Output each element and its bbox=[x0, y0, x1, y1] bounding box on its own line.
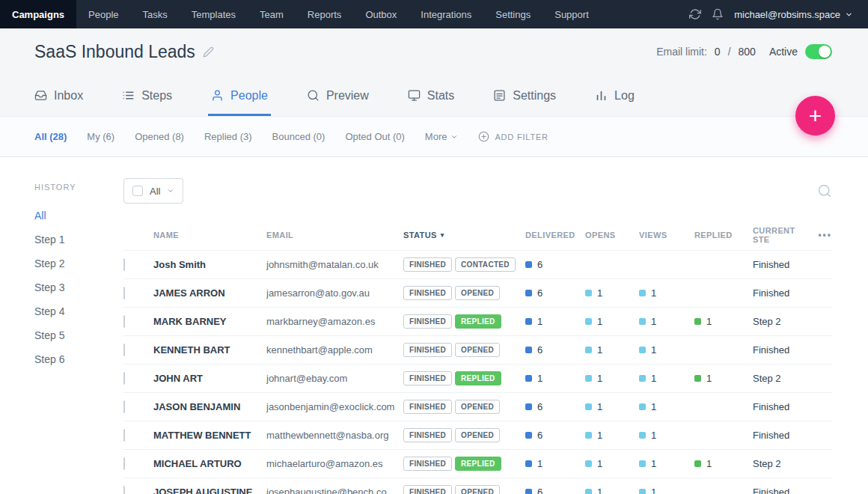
filter-more-label: More bbox=[425, 131, 447, 142]
filter-item[interactable]: Opted Out (0) bbox=[345, 131, 404, 142]
table-row[interactable]: JOSEPH AUGUSTINE josephaugustine@bench.c… bbox=[123, 478, 832, 494]
nav-item[interactable]: Reports bbox=[296, 0, 354, 28]
opens-square-icon bbox=[585, 460, 592, 467]
replied-square-icon bbox=[694, 318, 701, 325]
table-row[interactable]: MATTHEW BENNETT matthewbennett@nasba.org… bbox=[123, 421, 832, 449]
status-badge: FINISHED bbox=[403, 457, 452, 471]
cell-status: FINISHED OPENED bbox=[403, 286, 525, 300]
row-checkbox[interactable] bbox=[123, 344, 125, 356]
nav-item[interactable]: Integrations bbox=[409, 0, 483, 28]
cell-email: josephaugustine@bench.co bbox=[266, 487, 403, 494]
col-name[interactable]: NAME bbox=[153, 231, 266, 240]
nav-item[interactable]: Tasks bbox=[131, 0, 180, 28]
tab-stats[interactable]: Stats bbox=[408, 75, 454, 116]
tab-settings[interactable]: Settings bbox=[493, 75, 556, 116]
add-people-fab-button[interactable]: + bbox=[795, 96, 835, 135]
nav-item[interactable]: Templates bbox=[180, 0, 248, 28]
tab-preview[interactable]: Preview bbox=[307, 75, 369, 116]
table-row[interactable]: MARK BARNEY markbarney@amazon.es FINISHE… bbox=[123, 307, 832, 335]
col-views[interactable]: VIEWS bbox=[639, 231, 694, 240]
row-checkbox-cell bbox=[123, 487, 153, 494]
account-menu[interactable]: michael@robsims.space bbox=[734, 9, 853, 20]
table-row[interactable]: KENNETH BART kennethbart@apple.com FINIS… bbox=[123, 335, 832, 364]
filter-more-menu[interactable]: More bbox=[425, 131, 459, 142]
edit-title-icon[interactable] bbox=[203, 46, 214, 58]
bulk-select-label: All bbox=[150, 186, 160, 197]
col-replied[interactable]: REPLIED bbox=[694, 231, 753, 240]
row-checkbox[interactable] bbox=[123, 429, 125, 442]
filter-item[interactable]: All (28) bbox=[34, 131, 67, 142]
col-status[interactable]: STATUS ▾ bbox=[403, 231, 525, 240]
cell-name: Josh Smith bbox=[153, 259, 266, 270]
table-row[interactable]: JASON BENJAMIN jasonbenjamin@exoclick.co… bbox=[123, 392, 832, 421]
history-step-item[interactable]: Step 1 bbox=[34, 228, 123, 251]
history-step-item[interactable]: Step 6 bbox=[34, 347, 123, 371]
filter-bar: All (28) My (6) Opened (8) Replied (3) B… bbox=[0, 116, 868, 157]
table-row[interactable]: JAMES ARRON jamesarron@ato.gov.au FINISH… bbox=[123, 278, 832, 307]
history-step-item[interactable]: Step 3 bbox=[34, 275, 123, 299]
tab-log[interactable]: Log bbox=[595, 75, 635, 116]
history-step-item[interactable]: Step 5 bbox=[34, 323, 123, 347]
tab-people[interactable]: People bbox=[211, 75, 268, 116]
filter-item[interactable]: My (6) bbox=[87, 131, 114, 142]
cell-opens: 1 bbox=[585, 373, 639, 384]
cell-email: johnsmith@matalan.co.uk bbox=[266, 259, 403, 270]
select-all-checkbox[interactable] bbox=[132, 186, 143, 196]
row-checkbox[interactable] bbox=[123, 457, 125, 470]
nav-item[interactable]: Outbox bbox=[353, 0, 409, 28]
cell-email: matthewbennett@nasba.org bbox=[266, 430, 403, 441]
status-badge: REPLIED bbox=[455, 371, 501, 385]
cell-name: MICHAEL ARTURO bbox=[153, 458, 266, 469]
column-settings-icon[interactable]: ••• bbox=[811, 230, 832, 240]
row-checkbox[interactable] bbox=[123, 372, 125, 385]
refresh-icon[interactable] bbox=[689, 8, 701, 20]
history-step-item[interactable]: Step 4 bbox=[34, 299, 123, 323]
nav-item[interactable]: People bbox=[76, 0, 130, 28]
table-row[interactable]: MICHAEL ARTURO michaelarturo@amazon.es F… bbox=[123, 449, 832, 478]
nav-item[interactable]: Settings bbox=[483, 0, 542, 28]
nav-item[interactable]: Campaigns bbox=[0, 0, 76, 28]
cell-opens: 1 bbox=[585, 344, 639, 356]
status-badge: OPENED bbox=[455, 286, 500, 300]
cell-email: johnart@ebay.com bbox=[266, 373, 403, 384]
nav-item[interactable]: Team bbox=[248, 0, 296, 28]
email-limit-total: 800 bbox=[739, 46, 756, 58]
header-right: Email limit: 0 / 800 Active bbox=[656, 44, 832, 59]
cell-replied bbox=[694, 401, 753, 412]
col-opens[interactable]: OPENS bbox=[585, 231, 639, 240]
filter-item[interactable]: Opened (8) bbox=[135, 131, 184, 142]
cell-current-step: Finished bbox=[753, 401, 811, 412]
table-row[interactable]: Josh Smith johnsmith@matalan.co.uk FINIS… bbox=[123, 250, 832, 278]
tab-inbox[interactable]: Inbox bbox=[34, 75, 83, 116]
cell-views: 1 bbox=[639, 401, 694, 412]
row-checkbox[interactable] bbox=[123, 287, 125, 299]
cell-delivered: 6 bbox=[525, 487, 585, 494]
filter-item[interactable]: Replied (3) bbox=[204, 131, 252, 142]
cell-status: FINISHED REPLIED bbox=[403, 371, 525, 385]
row-checkbox-cell bbox=[123, 458, 153, 469]
row-checkbox[interactable] bbox=[123, 258, 125, 271]
row-checkbox[interactable] bbox=[123, 400, 125, 413]
row-checkbox[interactable] bbox=[123, 486, 125, 494]
bulk-select-dropdown[interactable]: All bbox=[123, 178, 183, 204]
col-email[interactable]: EMAIL bbox=[266, 231, 403, 240]
nav-item[interactable]: Support bbox=[542, 0, 601, 28]
top-nav-items: Campaigns People Tasks Templates Team Re… bbox=[0, 0, 601, 28]
col-current-step[interactable]: CURRENT STE bbox=[753, 226, 811, 244]
history-step-item[interactable]: Step 2 bbox=[34, 251, 123, 275]
table-row[interactable]: JOHN ART johnart@ebay.com FINISHED REPLI… bbox=[123, 364, 832, 392]
cell-status: FINISHED OPENED bbox=[403, 400, 525, 414]
status-badge: CONTACTED bbox=[455, 257, 516, 272]
history-step-item[interactable]: All bbox=[34, 204, 123, 228]
search-icon[interactable] bbox=[817, 183, 832, 198]
add-filter-button[interactable]: ADD FILTER bbox=[478, 131, 548, 142]
col-delivered[interactable]: DELIVERED bbox=[525, 231, 585, 240]
tab-label: Settings bbox=[513, 89, 556, 103]
row-checkbox[interactable] bbox=[123, 315, 125, 328]
filter-item[interactable]: Bounced (0) bbox=[272, 131, 326, 142]
notifications-bell-icon[interactable] bbox=[712, 8, 724, 20]
campaign-active-toggle[interactable] bbox=[805, 44, 832, 59]
tab-steps[interactable]: Steps bbox=[122, 75, 172, 116]
steps-list-icon bbox=[122, 89, 135, 102]
people-table-section: All NAME EMAIL STATUS ▾ DELIVERED OPENS … bbox=[123, 157, 832, 494]
